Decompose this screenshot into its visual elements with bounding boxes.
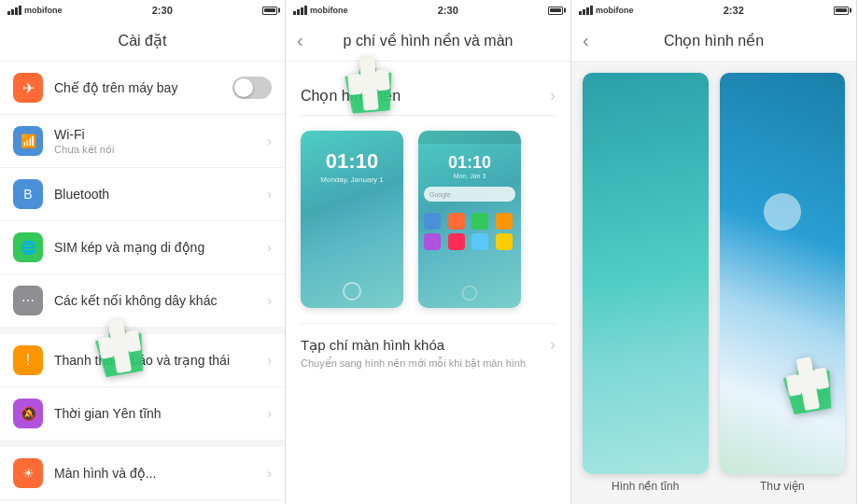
tapchi-title-row: Tạp chí màn hình khóa ›: [301, 335, 556, 355]
choose-wallpaper-chevron: ›: [550, 86, 556, 105]
wp2-app-icons: [418, 209, 521, 254]
thumb-static-gradient: [583, 73, 709, 474]
bluetooth-item[interactable]: B Bluetooth ›: [0, 168, 285, 221]
airplane-label: Chế độ trên máy bay: [54, 80, 232, 95]
battery-icon-1: [262, 7, 277, 15]
time-1: 2:30: [152, 5, 173, 16]
bluetooth-label: Bluetooth: [54, 187, 267, 202]
choose-wallpaper-label: Chọn hình nền: [301, 87, 401, 105]
status-right-1: [262, 7, 277, 15]
back-button-3[interactable]: ‹: [583, 30, 589, 51]
notifications-item[interactable]: ! Thanh thông báo và trạng thái ›: [0, 334, 285, 387]
wallpaper-item[interactable]: 🖼 Tạp chí về hình nền và màn hình khóa ›: [0, 500, 285, 504]
status-bar-3: mobifone 2:32: [571, 0, 856, 21]
quiet-time-label: Thời gian Yên tĩnh: [54, 406, 267, 421]
bluetooth-icon: B: [13, 179, 43, 209]
wp-card-library: Thư viện: [720, 73, 846, 493]
notifications-text: Thanh thông báo và trạng thái: [54, 353, 267, 368]
wifi-label: Wi-Fi: [54, 127, 267, 142]
settings-header: Cài đặt: [0, 21, 285, 62]
wp2-status-bar: [418, 131, 521, 144]
airplane-toggle[interactable]: [232, 77, 272, 99]
chevron-icon: ›: [267, 353, 272, 368]
connections-text: Các kết nối không dây khác: [54, 293, 267, 308]
app-icon: [448, 213, 465, 230]
library-circle: [764, 193, 801, 231]
airplane-text: Chế độ trên máy bay: [54, 80, 232, 95]
group-display: ☀ Màn hình và độ... › 🖼 Tạp chí về hình …: [0, 447, 285, 504]
wp2-search-bar: Google: [424, 187, 515, 202]
notifications-label: Thanh thông báo và trạng thái: [54, 353, 267, 368]
quiet-time-text: Thời gian Yên tĩnh: [54, 406, 267, 421]
carrier-2: mobifone: [293, 6, 348, 15]
status-bar-1: mobifone 2:30: [0, 0, 285, 21]
tapchi-sublabel: Chuyển sang hình nền mới mỗi khi bật màn…: [301, 357, 556, 370]
back-button-2[interactable]: ‹: [297, 30, 303, 51]
app-icon: [471, 213, 488, 230]
preview1-date: Monday, January 1: [301, 175, 403, 184]
panel2-content: Chọn hình nền › 01:10 Monday, January 1 …: [286, 62, 570, 504]
quiet-time-icon: 🔕: [13, 399, 43, 428]
app-icon: [471, 233, 488, 250]
preview2-time: 01:10: [418, 144, 521, 173]
choose-wallpaper-header: ‹ Chọn hình nền: [571, 21, 856, 62]
wp-preview-home[interactable]: 01:10 Mon, Jan 3 Google: [418, 131, 521, 308]
chevron-icon: ›: [267, 293, 272, 308]
notifications-icon: !: [13, 345, 43, 375]
quiet-time-item[interactable]: 🔕 Thời gian Yên tĩnh ›: [0, 387, 285, 440]
wallpaper-settings-header: ‹ p chí về hình nền và màn: [286, 21, 570, 62]
airplane-mode-item[interactable]: ✈ Chế độ trên máy bay: [0, 62, 285, 115]
wp-preview-lock[interactable]: 01:10 Monday, January 1: [301, 131, 403, 308]
toggle-knob: [234, 78, 253, 97]
airplane-icon: ✈: [13, 73, 43, 103]
home-button-2: [462, 286, 477, 301]
status-right-3: [834, 7, 849, 15]
carrier-label-2: mobifone: [310, 6, 348, 15]
chevron-icon: ›: [267, 406, 272, 421]
panel3-content: Hình nền tĩnh Thư viện: [571, 62, 856, 504]
panel-settings: mobifone 2:30 Cài đặt ✈ Chế độ trên máy …: [0, 0, 286, 504]
signal-icon: [293, 6, 307, 15]
sim-right: ›: [267, 240, 272, 255]
chevron-icon: ›: [267, 466, 272, 481]
wifi-right: ›: [267, 133, 272, 148]
tapchi-chevron: ›: [550, 335, 556, 355]
time-3: 2:32: [724, 5, 744, 16]
connections-icon: ⋯: [13, 286, 43, 315]
panel-wallpaper-settings: mobifone 2:30 ‹ p chí về hình nền và màn…: [286, 0, 571, 504]
app-icon: [448, 233, 465, 250]
wp-thumb-library[interactable]: [720, 73, 846, 474]
settings-title: Cài đặt: [119, 32, 167, 49]
preview1-time: 01:10: [301, 149, 403, 174]
wp-static-label: Hình nền tĩnh: [612, 480, 679, 493]
signal-icon: [579, 6, 593, 15]
app-icon: [424, 213, 441, 230]
app-icon: [496, 233, 513, 250]
app-icon: [496, 213, 513, 230]
home-button-1: [343, 282, 361, 301]
preview2-date: Mon, Jan 3: [418, 173, 521, 179]
wifi-item[interactable]: 📶 Wi-Fi Chưa kết nối ›: [0, 115, 285, 168]
wp-library-label: Thư viện: [760, 480, 805, 493]
connections-label: Các kết nối không dây khác: [54, 293, 267, 308]
display-right: ›: [267, 466, 272, 481]
wp-card-static: Hình nền tĩnh: [583, 73, 709, 493]
sim-item[interactable]: 🌐 SIM kép và mạng di động ›: [0, 221, 285, 274]
battery-icon-2: [548, 7, 563, 15]
quiet-time-right: ›: [267, 406, 272, 421]
wallpaper-settings-title: p chí về hình nền và màn: [344, 32, 513, 49]
status-bar-2: mobifone 2:30: [286, 0, 570, 21]
other-connections-item[interactable]: ⋯ Các kết nối không dây khác ›: [0, 274, 285, 327]
carrier-label: mobifone: [24, 6, 63, 15]
status-right-2: [548, 7, 563, 15]
chevron-icon: ›: [267, 240, 272, 255]
group-connectivity: ✈ Chế độ trên máy bay 📶 Wi-Fi Chưa kết n…: [0, 62, 285, 327]
choose-wallpaper-row[interactable]: Chọn hình nền ›: [301, 77, 556, 116]
bluetooth-right: ›: [267, 187, 272, 202]
tapchi-row[interactable]: Tạp chí màn hình khóa › Chuyển sang hình…: [301, 323, 556, 381]
bluetooth-text: Bluetooth: [54, 187, 267, 202]
wp-thumb-static[interactable]: [583, 73, 709, 474]
display-label: Màn hình và độ...: [54, 466, 267, 481]
display-item[interactable]: ☀ Màn hình và độ... ›: [0, 447, 285, 500]
tapchi-label: Tạp chí màn hình khóa: [301, 337, 444, 354]
